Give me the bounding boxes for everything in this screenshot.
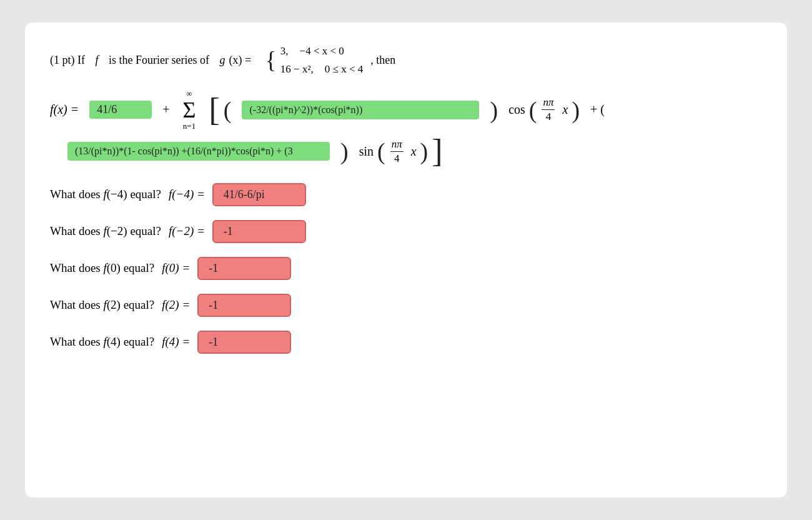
- sin-close-paren: ): [420, 141, 428, 161]
- x-var-text: (x) =: [229, 51, 251, 69]
- cos-label: cos: [508, 102, 525, 117]
- sin-frac-num: nπ: [390, 138, 404, 152]
- cos-x: x: [560, 102, 568, 117]
- intro-text: (1 pt) If: [50, 51, 85, 69]
- open-bracket: [: [209, 96, 219, 124]
- sin-open-paren: (: [377, 141, 385, 161]
- sigma-notation: ∞ Σ n=1: [183, 89, 196, 131]
- fourier-line-2: (13/(pi*n))*(1- cos(pi*n)) +(16/(n*pi))*…: [67, 138, 762, 166]
- q1-formula: f(−4) =: [169, 188, 205, 201]
- piecewise-case-1: 3, −4 < x < 0: [280, 42, 363, 59]
- case1-val: 3,: [280, 42, 289, 59]
- plus-open-paren: + (: [590, 102, 605, 117]
- sigma-bottom: n=1: [183, 121, 196, 131]
- q2-answer-box[interactable]: -1: [212, 220, 306, 243]
- question-1: What does f(−4) equal? f(−4) = 41/6-6/pi: [50, 183, 762, 206]
- cos-coeff-box[interactable]: (-32/((pi*n)^2))*(cos(pi*n)): [242, 101, 479, 119]
- is-fourier-text: is the Fourier series of: [109, 51, 209, 69]
- q4-formula: f(2) =: [162, 298, 190, 312]
- f-x-label: f(x) =: [50, 102, 79, 117]
- close-paren-sin: ): [340, 141, 349, 161]
- q3-answer-box[interactable]: -1: [197, 257, 291, 280]
- q3-text: What does f(0) equal?: [50, 261, 154, 275]
- sin-label: sin: [359, 144, 374, 159]
- plus-sign: +: [162, 102, 169, 117]
- sin-x: x: [408, 144, 417, 159]
- q5-text: What does f(4) equal?: [50, 335, 154, 349]
- questions-section: What does f(−4) equal? f(−4) = 41/6-6/pi…: [50, 183, 762, 354]
- close-paren-cos: ): [490, 100, 498, 120]
- fourier-line-1: f(x) = 41/6 + ∞ Σ n=1 [ ( (-32/((pi*n)^2…: [50, 89, 762, 131]
- case2-cond: 0 ≤ x < 4: [325, 61, 363, 78]
- cos-fraction: nπ 4: [542, 96, 555, 124]
- q2-text: What does f(−2) equal?: [50, 224, 161, 238]
- sin-frac-den: 4: [393, 152, 401, 166]
- sin-coeff-box[interactable]: (13/(pi*n))*(1- cos(pi*n)) +(16/(n*pi))*…: [67, 142, 330, 161]
- piecewise-cases: 3, −4 < x < 0 16 − x², 0 ≤ x < 4: [280, 42, 363, 78]
- main-card: (1 pt) If f is the Fourier series of g (…: [25, 22, 787, 498]
- q5-formula: f(4) =: [162, 335, 190, 349]
- q2-formula: f(−2) =: [169, 224, 205, 238]
- problem-statement: (1 pt) If f is the Fourier series of g (…: [50, 42, 762, 78]
- close-bracket: ]: [432, 138, 442, 165]
- case2-val: 16 − x²,: [280, 61, 314, 78]
- piecewise-expression: { 3, −4 < x < 0 16 − x², 0 ≤ x < 4: [265, 42, 364, 78]
- q4-answer-box[interactable]: -1: [197, 294, 291, 317]
- sigma-symbol: Σ: [183, 99, 196, 121]
- q4-text: What does f(2) equal?: [50, 298, 154, 312]
- open-paren-cos: (: [224, 100, 232, 120]
- cos-frac-den: 4: [545, 110, 553, 124]
- f-italic: f: [95, 51, 98, 69]
- question-3: What does f(0) equal? f(0) = -1: [50, 257, 762, 280]
- then-text: , then: [370, 51, 395, 69]
- cos-open-paren: (: [529, 100, 537, 120]
- g-italic: g: [219, 51, 225, 69]
- q5-answer-box[interactable]: -1: [197, 331, 291, 354]
- cos-frac-num: nπ: [542, 96, 555, 110]
- sin-fraction: nπ 4: [390, 138, 404, 166]
- question-4: What does f(2) equal? f(2) = -1: [50, 294, 762, 317]
- q3-formula: f(0) =: [162, 261, 190, 275]
- piecewise-brace: {: [265, 48, 277, 72]
- cos-close-paren: ): [572, 100, 580, 120]
- case1-cond: −4 < x < 0: [300, 42, 344, 59]
- question-2: What does f(−2) equal? f(−2) = -1: [50, 220, 762, 243]
- question-5: What does f(4) equal? f(4) = -1: [50, 331, 762, 354]
- q1-answer-box[interactable]: 41/6-6/pi: [212, 183, 306, 206]
- constant-term-box[interactable]: 41/6: [89, 101, 152, 119]
- piecewise-case-2: 16 − x², 0 ≤ x < 4: [280, 61, 363, 78]
- q1-text: What does f(−4) equal?: [50, 188, 161, 201]
